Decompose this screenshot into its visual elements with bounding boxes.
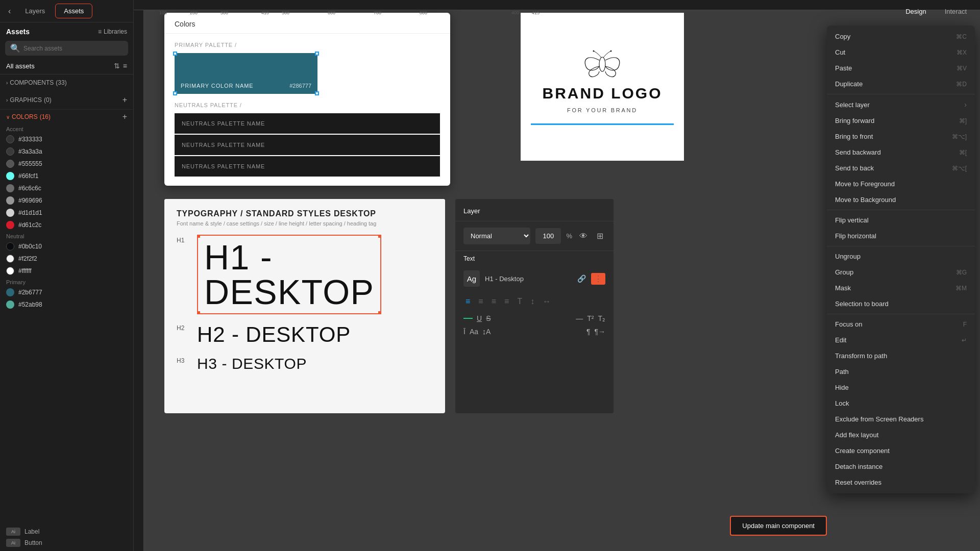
ctx-bring-forward[interactable]: Bring forward ⌘] [827, 113, 975, 129]
color-item-2b6777[interactable]: #2b6777 [0, 286, 133, 298]
ctx-paste[interactable]: Paste ⌘V [827, 60, 975, 76]
tab-interact[interactable]: Interact [937, 5, 975, 18]
neutral-box-label-2: NEUTRALS PALETTE NAME [182, 142, 265, 148]
align-justify-button[interactable]: ≡ [502, 295, 511, 308]
ctx-detach-instance[interactable]: Detach instance [827, 459, 975, 474]
libraries-button[interactable]: ≡ Libraries [98, 28, 127, 35]
ctx-add-flex-layout[interactable]: Add flex layout [827, 427, 975, 443]
ctx-move-background[interactable]: Move to Background [827, 192, 975, 208]
ctx-focus-on[interactable]: Focus on F [827, 316, 975, 332]
color-item-52ab98[interactable]: #52ab98 [0, 298, 133, 311]
update-main-component-button[interactable]: Update main component [730, 516, 827, 536]
ctx-mask[interactable]: Mask ⌘M [827, 280, 975, 296]
typo-h3-text[interactable]: H3 - DESKTOP [197, 355, 307, 372]
text-section-label: Text [455, 251, 614, 266]
ctx-path-label: Path [835, 368, 849, 375]
ctx-paste-shortcut: ⌘V [957, 65, 967, 72]
visibility-toggle[interactable]: 👁 [577, 230, 590, 243]
ctx-transform-to-path[interactable]: Transform to path [827, 348, 975, 364]
underline-button[interactable]: U [477, 314, 482, 322]
search-input[interactable] [23, 45, 123, 52]
line-height-button[interactable]: ↕ [528, 295, 536, 308]
typo-h2-text[interactable]: H2 - DESKTOP [197, 322, 351, 347]
ctx-reset-overrides-label: Reset overrides [835, 479, 881, 486]
ctx-group-shortcut: ⌘G [956, 269, 967, 276]
sort-icon[interactable]: ⇅ [114, 62, 120, 70]
ctx-duplicate[interactable]: Duplicate ⌘D [827, 76, 975, 92]
tab-design[interactable]: Design [897, 5, 934, 18]
search-bar[interactable]: 🔍 [5, 41, 128, 56]
typo-h1-text[interactable]: H1 -DESKTOP [197, 235, 381, 314]
ctx-selection-to-board[interactable]: Selection to board [827, 296, 975, 312]
primary-color-name: PRIMARY COLOR NAME [181, 83, 254, 89]
indent-button[interactable]: ↨A [482, 328, 491, 336]
text-style-more-button[interactable]: ⋮ [591, 273, 605, 285]
tab-assets[interactable]: Assets [55, 4, 92, 18]
text-direction-button[interactable]: Ī [463, 328, 465, 336]
ctx-edit[interactable]: Edit ↵ [827, 332, 975, 348]
ctx-move-foreground[interactable]: Move to Foreground [827, 176, 975, 192]
color-item-969696[interactable]: #969696 [0, 194, 133, 207]
color-item-6c6c6c[interactable]: #6c6c6c [0, 182, 133, 194]
ctx-reset-overrides[interactable]: Reset overrides [827, 474, 975, 490]
ctx-flip-horizontal[interactable]: Flip horizontal [827, 228, 975, 244]
ctx-copy[interactable]: Copy ⌘C [827, 29, 975, 44]
graphics-header[interactable]: › GRAPHICS (0) + [0, 93, 133, 107]
color-item-d1d1d1[interactable]: #d1d1d1 [0, 207, 133, 219]
color-item-d61c2c[interactable]: #d61c2c [0, 219, 133, 231]
color-item-ffffff[interactable]: #ffffff [0, 265, 133, 277]
ctx-path[interactable]: Path [827, 364, 975, 380]
paragraph-button[interactable]: ¶ [586, 328, 591, 336]
color-item-333333[interactable]: #333333 [0, 133, 133, 145]
list-view-icon[interactable]: ≡ [123, 62, 127, 70]
letter-spacing-button[interactable]: ↔ [541, 295, 553, 308]
ctx-move-foreground-label: Move to Foreground [835, 180, 895, 188]
align-center-button[interactable]: ≡ [476, 295, 485, 308]
ai-button-item[interactable]: Ai Button [6, 539, 127, 547]
tab-layers[interactable]: Layers [17, 4, 53, 18]
superscript-button[interactable]: T² [587, 314, 594, 322]
add-color-button[interactable]: + [122, 112, 127, 121]
ctx-select-layer[interactable]: Select layer › [827, 96, 975, 113]
color-item-3a3a3a[interactable]: #3a3a3a [0, 145, 133, 158]
neutrals-palette-label: NEUTRALS PALETTE / [175, 102, 440, 108]
ctx-hide[interactable]: Hide [827, 380, 975, 395]
subscript-button[interactable]: T₂ [598, 314, 605, 322]
color-item-555555[interactable]: #555555 [0, 158, 133, 170]
ctx-send-backward-shortcut: ⌘[ [959, 149, 967, 156]
ctx-exclude-screen-readers[interactable]: Exclude from Screen Readers [827, 411, 975, 427]
strikethrough-button[interactable]: S [486, 314, 491, 322]
blend-mode-select[interactable]: Normal Multiply Screen Overlay [463, 228, 530, 244]
add-graphic-button[interactable]: + [122, 95, 127, 105]
back-button[interactable]: ‹ [4, 5, 15, 18]
em-dash-button[interactable]: — [576, 314, 583, 322]
ctx-cut[interactable]: Cut ⌘X [827, 44, 975, 60]
opacity-input[interactable] [535, 228, 561, 244]
assets-title: Assets [6, 28, 30, 36]
colors-card-header: Colors [164, 13, 450, 34]
text-size-button[interactable]: T [515, 295, 524, 308]
color-item-0b0c10[interactable]: #0b0c10 [0, 240, 133, 253]
caps-button[interactable]: Aa [470, 328, 478, 336]
ctx-send-to-back[interactable]: Send to back ⌘⌥[ [827, 160, 975, 176]
ctx-send-backward[interactable]: Send backward ⌘[ [827, 144, 975, 160]
color-item-66fcf1[interactable]: #66fcf1 [0, 170, 133, 182]
sel-corner-tr [378, 235, 381, 238]
ctx-create-component[interactable]: Create component [827, 443, 975, 459]
ctx-bring-to-front[interactable]: Bring to front ⌘⌥] [827, 129, 975, 144]
ctx-ungroup[interactable]: Ungroup [827, 248, 975, 264]
ctx-flip-vertical[interactable]: Flip vertical [827, 212, 975, 228]
ctx-group[interactable]: Group ⌘G [827, 264, 975, 280]
colors-header[interactable]: ∨ COLORS (16) + [0, 110, 133, 124]
color-item-f2f2f2[interactable]: #f2f2f2 [0, 253, 133, 265]
colors-card: Colors PRIMARY PALETTE / PRIMARY COLOR N… [164, 13, 450, 186]
ai-label-item[interactable]: Ai Label [6, 528, 127, 536]
components-header[interactable]: › COMPONENTS (33) [0, 77, 133, 89]
align-left-button[interactable]: ≡ [463, 295, 472, 308]
align-right-button[interactable]: ≡ [489, 295, 498, 308]
ctx-detach-instance-label: Detach instance [835, 463, 883, 470]
lock-toggle[interactable]: ⊞ [595, 229, 605, 243]
link-icon[interactable]: 🔗 [577, 274, 586, 283]
rtl-button[interactable]: ¶→ [594, 328, 605, 336]
ctx-lock[interactable]: Lock [827, 395, 975, 411]
